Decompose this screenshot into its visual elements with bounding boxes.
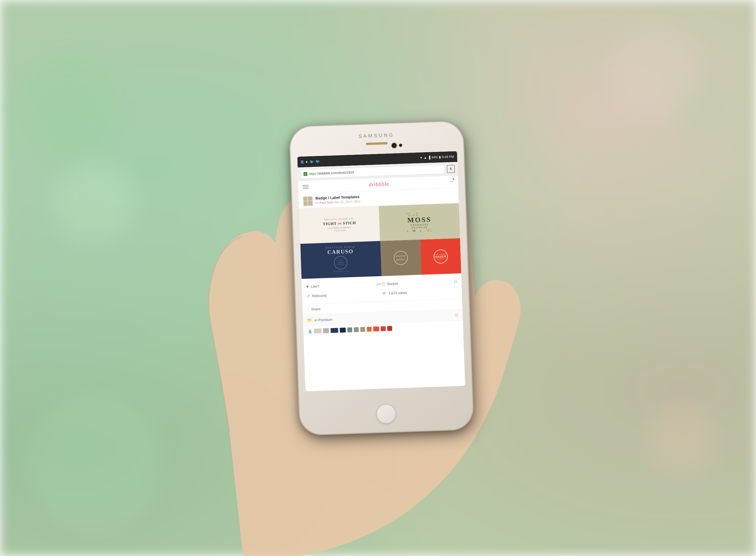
signal-icon: ▐ <box>428 155 431 159</box>
svg-rect-1 <box>304 197 307 201</box>
url-text: https://dribbble.com/shots/1819 <box>309 170 354 176</box>
moss-m: M <box>413 229 417 232</box>
eye-icon: 👁 <box>382 291 386 296</box>
forward-icon: ➤ <box>305 160 308 164</box>
ts-needle: ✂ <box>337 220 342 227</box>
brand-label: SAMSUNG <box>358 132 395 139</box>
status-icons-right: ✦ ▲ ▐ 44% ▮ 8:49 PM <box>420 155 454 160</box>
menu-line-2 <box>303 186 309 187</box>
swatch-2 <box>331 328 338 333</box>
bokeh-1 <box>13 54 122 162</box>
bokeh-5 <box>648 408 716 475</box>
shot-date-val: Nov 22, 2014 <box>334 200 352 204</box>
header-right: 〜 <box>449 179 454 185</box>
share-label: Share <box>311 307 320 311</box>
bokeh-6 <box>675 81 729 135</box>
moss-est-label: EST <box>406 212 410 215</box>
shot-avatar <box>303 196 313 206</box>
moss-year-top: 20 <box>416 212 418 214</box>
swatch-0 <box>314 328 321 334</box>
phone-shell: SAMSUNG f ➤ 🐦 🐦 ✦ ▲ ▐ 44% ▮ 8:49 PM <box>290 121 473 435</box>
bottom-right-cells: GRIFFIN —— KNIGHT VAN HAGEN HAGEN SUPPLY <box>380 238 461 276</box>
svg-rect-2 <box>308 197 312 201</box>
color-drop-icon: 💧 <box>308 329 312 334</box>
griffin-knight: KNIGHT <box>397 258 405 261</box>
caruso-content: HERITAGE DENIM CARUSO GOODQUALITYAUTHENT… <box>323 243 358 277</box>
hagen-circle: VAN HAGEN HAGEN SUPPLY <box>433 249 448 264</box>
heart-icon: ♥ <box>306 284 309 289</box>
bluetooth-icon: ✦ <box>420 156 422 160</box>
caruso-bottom: T·R·D ——— M·R·K <box>327 272 356 275</box>
screen[interactable]: f ➤ 🐦 🐦 ✦ ▲ ▐ 44% ▮ 8:49 PM 🔒 <box>297 151 465 391</box>
swatch-8 <box>373 326 379 332</box>
phone: SAMSUNG f ➤ 🐦 🐦 ✦ ▲ ▐ 44% ▮ 8:49 PM <box>290 121 473 435</box>
tight-stich-content: ORIGINAL DENIM USA TIGHT ✂ STICH CLOTHIN… <box>320 215 358 234</box>
like-label: Like? <box>311 284 319 288</box>
ssl-lock-icon: 🔒 <box>304 172 307 176</box>
griffin-circle: GRIFFIN —— KNIGHT <box>393 251 408 265</box>
shot-meta: Badge / Label Templates by Raul Taciu No… <box>315 191 454 204</box>
home-button[interactable] <box>376 404 396 424</box>
moss-sizes: S M L XL <box>407 228 433 232</box>
svg-rect-3 <box>304 201 308 205</box>
views-count: 1,674 views <box>388 291 407 295</box>
fb-icon: f <box>301 160 304 164</box>
swatch-10 <box>387 326 392 331</box>
shot-image[interactable]: ORIGINAL DENIM USA TIGHT ✂ STICH CLOTHIN… <box>299 203 461 279</box>
badge-tight-stich: ORIGINAL DENIM USA TIGHT ✂ STICH CLOTHIN… <box>299 206 380 244</box>
bucket-count: 15 <box>454 280 457 283</box>
speaker-grille <box>366 142 387 145</box>
swatch-3 <box>340 328 346 333</box>
hagen-sub: SUPPLY <box>437 258 445 259</box>
swatch-1 <box>323 328 329 333</box>
bokeh-2 <box>54 162 135 243</box>
tab-count[interactable]: 5 <box>447 165 455 173</box>
swatch-6 <box>360 327 365 332</box>
battery-percent: 44% <box>431 155 438 159</box>
dribbble-logo: dribbble <box>369 181 389 188</box>
caruso-circle-text: GOODQUALITYAUTHENTIC <box>337 259 345 266</box>
ts-tight: TIGHT <box>323 221 337 227</box>
ts-bottom: ® TRADE MARK <box>323 229 356 232</box>
rebound-label: Rebound <box>312 293 327 298</box>
notification-dot <box>452 178 454 180</box>
url-domain: dribbble.com/shots/1819 <box>319 170 354 175</box>
shot-author[interactable]: Raul Taciu <box>319 201 334 204</box>
swatch-5 <box>354 327 359 332</box>
url-https: https:// <box>309 171 319 175</box>
moss-content: EST TO 2 20 04 MOSS HAND <box>404 209 435 235</box>
ts-stich: STICH <box>343 221 356 225</box>
bucket-label: Bucket <box>387 281 398 286</box>
premium-close-button[interactable]: ⊗ <box>454 312 458 318</box>
badge-hagen: VAN HAGEN HAGEN SUPPLY <box>420 238 461 275</box>
premium-label: in Premium <box>314 317 332 322</box>
time-display: 8:49 PM <box>442 155 454 159</box>
twitter-icon-1: 🐦 <box>310 160 314 164</box>
activity-icon[interactable]: 〜 <box>449 179 454 185</box>
status-icons-left: f ➤ 🐦 🐦 <box>301 159 320 164</box>
bokeh-4 <box>27 394 162 529</box>
front-camera <box>391 143 397 148</box>
swatch-9 <box>381 326 386 332</box>
menu-line-3 <box>303 188 309 189</box>
like-count: 247 <box>376 282 382 286</box>
share-icon: ↑ <box>307 307 309 311</box>
moss-name: MOSS <box>406 216 433 224</box>
swatch-7 <box>367 326 372 332</box>
caruso-name: CARUSO <box>325 248 355 255</box>
bucket-icon: ⊡ <box>381 281 385 287</box>
camera-dot <box>399 144 402 147</box>
folder-icon: 📁 <box>307 318 313 323</box>
shot-zoom-val: @2x <box>354 200 360 203</box>
badge-griffin: GRIFFIN —— KNIGHT <box>380 240 421 276</box>
svg-rect-4 <box>308 201 313 206</box>
wifi-icon: ▲ <box>424 156 427 160</box>
hamburger-menu[interactable] <box>303 185 309 189</box>
twitter-icon-2: 🐦 <box>316 159 320 164</box>
menu-line-1 <box>303 185 309 186</box>
caruso-circle: GOODQUALITYAUTHENTIC <box>334 255 348 270</box>
battery-icon: ▮ <box>439 155 441 159</box>
badge-caruso: HERITAGE DENIM CARUSO GOODQUALITYAUTHENT… <box>300 241 381 279</box>
rebound-icon: ↺ <box>306 293 310 299</box>
badge-moss: EST TO 2 20 04 MOSS HAND <box>379 203 460 241</box>
